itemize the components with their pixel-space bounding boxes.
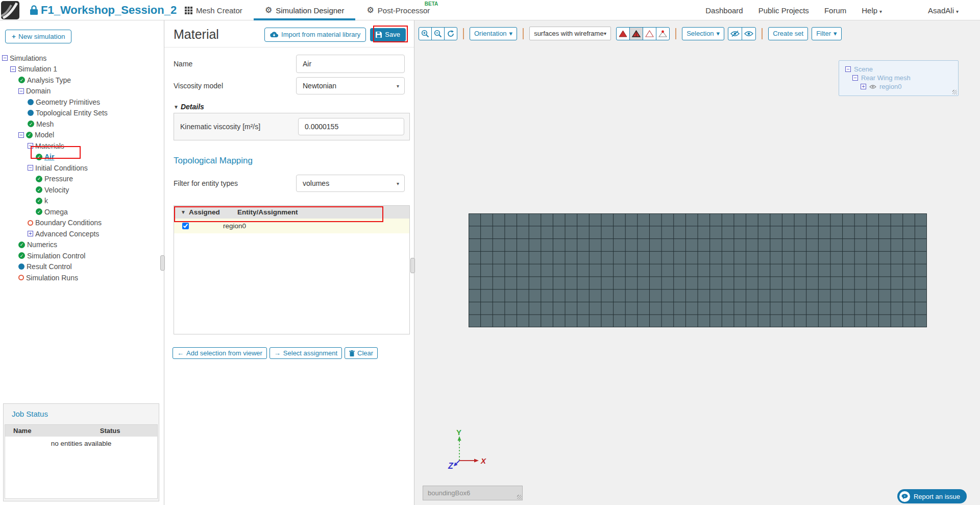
selection-dropdown[interactable]: Selection ▾: [682, 27, 724, 40]
triangle-down-icon[interactable]: ▼: [181, 209, 186, 215]
expand-icon[interactable]: +: [861, 84, 866, 89]
report-issue-button[interactable]: Report an issue: [897, 489, 967, 503]
nav-public-projects[interactable]: Public Projects: [758, 6, 809, 15]
tree-item-label[interactable]: Materials: [35, 142, 64, 150]
nav-help-menu[interactable]: Help▾: [862, 6, 882, 15]
tree-item-geometry-primitives[interactable]: Geometry Primitives: [0, 97, 161, 108]
tab-mesh-creator[interactable]: Mesh Creator: [174, 0, 254, 20]
create-set-button[interactable]: Create set: [768, 27, 808, 40]
viewer-3d[interactable]: Orientation ▾ surfaces with wireframe ▾: [414, 20, 980, 505]
tree-item-label[interactable]: Result Control: [27, 262, 72, 271]
render-wireframe-button[interactable]: [643, 27, 656, 40]
tree-item-label[interactable]: Boundary Conditions: [35, 219, 102, 227]
add-selection-from-viewer-button[interactable]: ← Add selection from viewer: [173, 347, 267, 359]
collapse-icon[interactable]: −: [18, 132, 24, 138]
tab-post-processor[interactable]: ⚙ Post-Processor BETA: [355, 0, 441, 20]
tree-item-label[interactable]: Initial Conditions: [35, 164, 88, 172]
scene-tree-overlay[interactable]: − Scene − Rear Wing mesh + region0: [839, 60, 959, 96]
tree-item-domain[interactable]: − Domain: [0, 86, 161, 97]
rear-wing-mesh[interactable]: [469, 213, 927, 329]
tree-item-pressure[interactable]: ✓ Pressure: [0, 174, 161, 185]
bounding-box-input[interactable]: boundingBox6: [423, 486, 523, 500]
tree-item-label[interactable]: Simulations: [10, 54, 46, 62]
collapse-icon[interactable]: −: [845, 66, 851, 72]
tree-item-k[interactable]: ✓ k: [0, 196, 161, 207]
refresh-view-button[interactable]: [444, 27, 457, 40]
table-row-region0[interactable]: region0: [174, 219, 409, 233]
select-assignment-button[interactable]: → Select assignment: [270, 347, 342, 359]
scene-mesh-item[interactable]: − Rear Wing mesh: [852, 74, 958, 82]
orientation-dropdown[interactable]: Orientation ▾: [470, 27, 517, 40]
tree-item-materials[interactable]: − Materials: [0, 140, 161, 152]
tree-item-label[interactable]: k: [44, 197, 48, 205]
viscosity-model-select[interactable]: Newtonian ▾: [296, 77, 405, 94]
tree-item-label[interactable]: Air: [44, 153, 54, 161]
expand-icon[interactable]: +: [28, 231, 33, 236]
details-section-header[interactable]: ▼ Details: [174, 103, 414, 111]
tree-item-mesh[interactable]: ✓ Mesh: [0, 118, 161, 130]
tree-item-initial-conditions[interactable]: − Initial Conditions: [0, 162, 161, 174]
zoom-out-button[interactable]: [431, 27, 445, 40]
kinematic-viscosity-input[interactable]: [298, 118, 404, 135]
collapse-icon[interactable]: −: [18, 88, 24, 94]
show-selection-button[interactable]: [742, 27, 756, 40]
resize-handle[interactable]: [517, 495, 522, 499]
sidebar-splitter-handle[interactable]: [160, 255, 165, 271]
tree-item-label[interactable]: Geometry Primitives: [36, 98, 100, 106]
tree-item-result-control[interactable]: Result Control: [0, 261, 161, 273]
scene-root-item[interactable]: − Scene: [845, 65, 958, 74]
tree-item-label[interactable]: Analysis Type: [27, 76, 71, 84]
tree-item-label[interactable]: Model: [35, 131, 54, 139]
nav-forum[interactable]: Forum: [824, 6, 846, 15]
nav-dashboard[interactable]: Dashboard: [705, 6, 743, 15]
tree-item-label[interactable]: Numerics: [27, 241, 57, 249]
tree-item-label[interactable]: Simulation Control: [27, 252, 85, 260]
new-simulation-button[interactable]: + New simulation: [5, 30, 71, 43]
tree-item-advanced-concepts[interactable]: + Advanced Concepts: [0, 228, 161, 239]
render-mode-select[interactable]: surfaces with wireframe ▾: [529, 27, 611, 40]
clear-assignment-button[interactable]: Clear: [345, 347, 378, 359]
tree-item-air[interactable]: ✓ Air: [0, 152, 161, 163]
save-button[interactable]: Save: [370, 28, 406, 41]
tree-item-numerics[interactable]: ✓ Numerics: [0, 239, 161, 251]
import-material-button[interactable]: Import from material library: [264, 28, 366, 42]
user-menu[interactable]: AsadAli▾: [928, 6, 959, 15]
render-points-button[interactable]: [656, 27, 670, 40]
tree-item-label[interactable]: Advanced Concepts: [35, 230, 99, 238]
render-solid-wireframe-button[interactable]: [629, 27, 643, 40]
collapse-icon[interactable]: −: [10, 66, 16, 72]
tree-item-topological-entity-sets[interactable]: Topological Entity Sets: [0, 108, 161, 119]
tree-item-analysis-type[interactable]: ✓ Analysis Type: [0, 75, 161, 86]
tree-item-label[interactable]: Simulation 1: [18, 65, 57, 73]
tree-item-label[interactable]: Pressure: [44, 175, 73, 183]
tree-item-label[interactable]: Velocity: [44, 186, 69, 194]
collapse-icon[interactable]: −: [28, 143, 33, 149]
tree-item-label[interactable]: Domain: [26, 87, 51, 95]
tree-item-omega[interactable]: ✓ Omega: [0, 206, 161, 218]
filter-dropdown[interactable]: Filter ▾: [812, 27, 841, 40]
tree-item-velocity[interactable]: ✓ Velocity: [0, 184, 161, 196]
collapse-icon[interactable]: −: [2, 55, 8, 61]
zoom-in-button[interactable]: [419, 27, 432, 40]
hide-selection-button[interactable]: [728, 27, 742, 40]
render-solid-button[interactable]: [616, 27, 630, 40]
tree-item-label[interactable]: Simulation Runs: [26, 274, 78, 282]
tree-item-simulation-control[interactable]: ✓ Simulation Control: [0, 250, 161, 261]
tree-item-simulation-runs[interactable]: Simulation Runs: [0, 272, 161, 283]
tab-simulation-designer[interactable]: ⚙ Simulation Designer: [254, 0, 356, 20]
region0-assigned-checkbox[interactable]: [182, 223, 189, 229]
tree-item-label[interactable]: Mesh: [36, 120, 54, 128]
tree-item-boundary-conditions[interactable]: Boundary Conditions: [0, 218, 161, 229]
tree-item-simulations[interactable]: − Simulations: [0, 53, 161, 64]
tree-item-model[interactable]: − ✓ Model: [0, 130, 161, 141]
collapse-icon[interactable]: −: [852, 75, 858, 81]
scene-region-item[interactable]: + region0: [861, 82, 958, 91]
material-name-input[interactable]: [296, 55, 405, 73]
resize-handle[interactable]: [952, 90, 957, 94]
panel-splitter-handle[interactable]: [410, 258, 415, 273]
collapse-icon[interactable]: −: [28, 165, 33, 171]
tree-item-simulation-1[interactable]: − Simulation 1: [0, 64, 161, 75]
tree-item-label[interactable]: Topological Entity Sets: [36, 109, 108, 117]
tree-item-label[interactable]: Omega: [44, 208, 68, 216]
entity-type-filter-select[interactable]: volumes ▾: [296, 175, 405, 192]
